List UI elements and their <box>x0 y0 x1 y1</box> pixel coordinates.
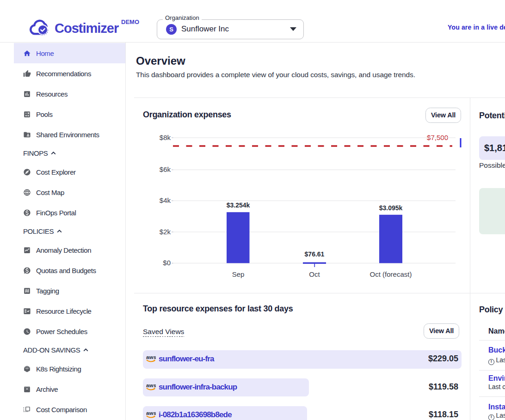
svg-text:aws: aws <box>146 383 156 388</box>
svg-text:aws: aws <box>146 410 156 416</box>
svg-text:aws: aws <box>146 354 156 360</box>
